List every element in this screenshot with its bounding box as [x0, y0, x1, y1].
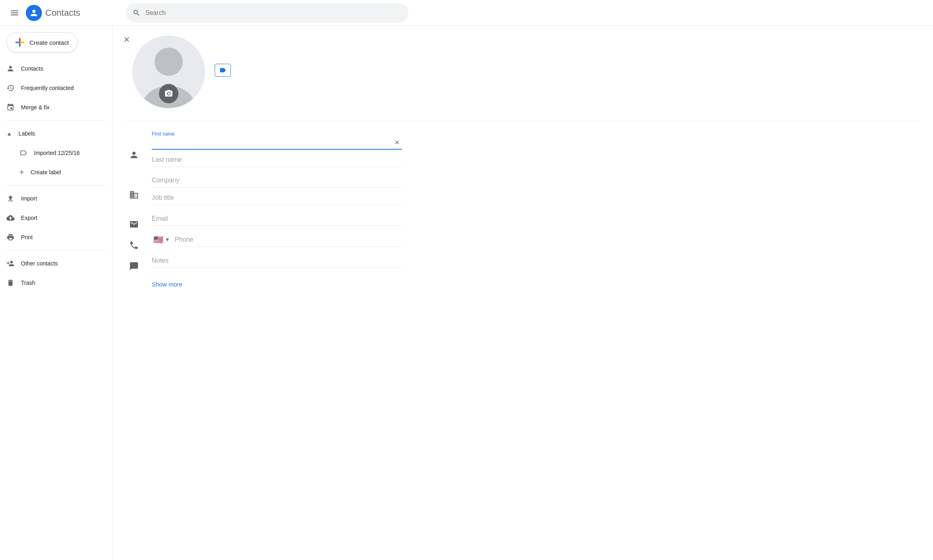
email-input[interactable] [152, 212, 402, 226]
layout: Create contact Contacts Frequently conta… [0, 26, 933, 560]
phone-field-wrapper-outer: 🇺🇸 ▼ [152, 233, 402, 250]
label-icon [219, 67, 226, 74]
hamburger-button[interactable] [6, 5, 23, 21]
contact-form: First name [126, 121, 920, 294]
company-form-icon [126, 182, 142, 200]
sidebar-item-create-label[interactable]: + Create label [0, 163, 106, 182]
app-logo: Contacts [26, 5, 80, 21]
history-icon [6, 84, 15, 92]
create-contact-button[interactable]: Create contact [6, 32, 77, 52]
person-icon [6, 65, 15, 73]
job-title-field-wrapper [152, 191, 402, 205]
add-label-button[interactable] [215, 64, 231, 77]
sidebar-item-other-contacts[interactable]: Other contacts [0, 254, 106, 273]
last-name-input[interactable] [152, 153, 402, 167]
email-field-wrapper-outer [152, 212, 402, 229]
sidebar: Create contact Contacts Frequently conta… [0, 26, 113, 560]
job-title-input[interactable] [152, 191, 402, 205]
merge-icon [6, 103, 15, 111]
trash-label: Trash [21, 280, 35, 286]
divider-3 [6, 250, 106, 251]
frequently-contacted-label: Frequently contacted [21, 85, 74, 91]
phone-form-icon [126, 232, 142, 250]
cloud-upload-icon [6, 214, 15, 222]
search-input[interactable] [145, 9, 402, 17]
app-title: Contacts [45, 8, 80, 18]
email-row [126, 211, 920, 229]
upload-icon [6, 194, 15, 203]
notes-field-wrapper-outer [152, 254, 402, 271]
company-row [126, 173, 920, 208]
create-contact-label: Create contact [29, 39, 69, 46]
sidebar-item-print[interactable]: Print [0, 228, 106, 247]
avatar-section [126, 32, 920, 108]
header-left: Contacts [6, 5, 119, 21]
sidebar-item-export[interactable]: Export [0, 208, 106, 228]
phone-input-row: 🇺🇸 ▼ [152, 233, 402, 247]
divider-2 [6, 185, 106, 186]
company-input[interactable] [152, 173, 402, 188]
contacts-label: Contacts [21, 65, 43, 72]
search-icon [132, 9, 140, 17]
app-logo-icon [26, 5, 42, 21]
svg-point-1 [155, 48, 183, 76]
company-field-wrapper [152, 173, 402, 188]
clear-icon [394, 139, 400, 146]
notes-field-wrapper [152, 254, 402, 268]
close-button[interactable] [119, 32, 134, 47]
email-field-wrapper [152, 212, 402, 226]
person-add-icon [6, 259, 15, 267]
avatar-container [132, 36, 205, 108]
notes-input[interactable] [152, 254, 402, 268]
imported-label: Imported 12/25/16 [34, 150, 80, 156]
hamburger-icon [10, 8, 19, 18]
flag-us-icon: 🇺🇸 [153, 235, 163, 244]
name-fields: First name [152, 131, 402, 170]
clear-first-name-button[interactable] [392, 138, 402, 149]
company-fields [152, 173, 402, 208]
sidebar-item-trash[interactable]: Trash [0, 273, 106, 293]
phone-country-selector[interactable]: 🇺🇸 ▼ [152, 233, 172, 246]
first-name-input[interactable] [152, 131, 402, 150]
label-outline-icon [19, 149, 27, 157]
last-name-field-wrapper [152, 153, 402, 167]
add-icon: + [19, 168, 24, 177]
add-photo-button[interactable] [159, 84, 178, 103]
main-content: First name [113, 26, 933, 560]
sidebar-item-merge-fix[interactable]: Merge & fix [0, 98, 106, 117]
dropdown-arrow-icon: ▼ [165, 237, 170, 242]
sidebar-item-import[interactable]: Import [0, 189, 106, 208]
delete-icon [6, 279, 15, 287]
sidebar-item-contacts[interactable]: Contacts [0, 59, 106, 78]
other-contacts-label: Other contacts [21, 260, 58, 267]
chevron-up-icon: ▲ [6, 130, 12, 137]
search-bar [126, 3, 408, 23]
sidebar-item-imported[interactable]: Imported 12/25/16 [0, 143, 106, 163]
create-label-text: Create label [31, 169, 61, 176]
export-label: Export [21, 215, 37, 221]
phone-input[interactable] [175, 233, 402, 247]
labels-section-header[interactable]: ▲ Labels [0, 124, 113, 143]
import-label: Import [21, 195, 37, 202]
first-name-row: First name [126, 131, 920, 170]
camera-icon [164, 89, 173, 98]
first-name-field-wrapper: First name [152, 131, 402, 150]
phone-row: 🇺🇸 ▼ [126, 232, 920, 250]
sidebar-item-frequently-contacted[interactable]: Frequently contacted [0, 78, 106, 98]
notes-form-icon [126, 253, 142, 271]
email-form-icon [126, 211, 142, 229]
merge-fix-label: Merge & fix [21, 104, 50, 111]
show-more-button[interactable]: Show more [126, 274, 182, 294]
labels-section-label: Labels [19, 130, 35, 137]
first-name-label: First name [152, 131, 175, 137]
person-icon [29, 8, 39, 18]
person-form-icon [126, 142, 142, 160]
close-icon [123, 36, 131, 44]
print-label: Print [21, 234, 33, 240]
plus-icon [15, 38, 25, 47]
divider-1 [6, 120, 106, 121]
phone-field-wrapper: 🇺🇸 ▼ [152, 233, 402, 247]
print-icon [6, 233, 15, 241]
header: Contacts [0, 0, 933, 26]
notes-row [126, 253, 920, 271]
